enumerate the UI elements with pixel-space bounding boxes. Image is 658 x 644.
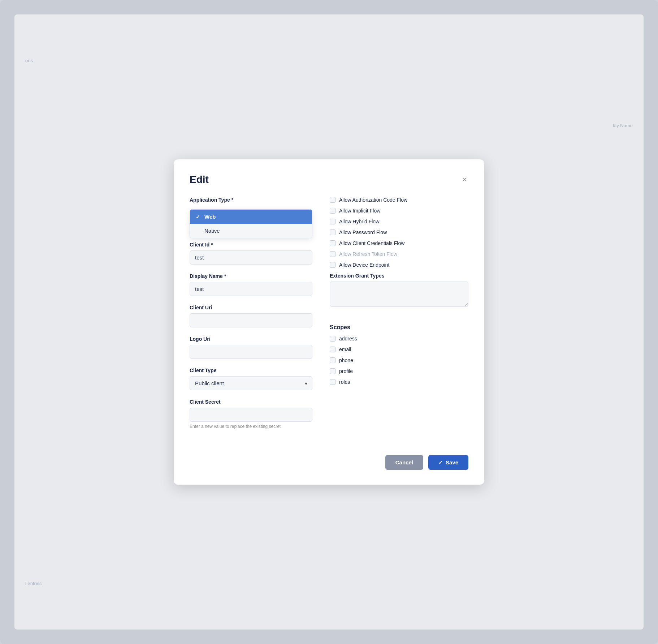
logo-uri-field: Logo Uri: [190, 336, 312, 359]
dropdown-option-web[interactable]: ✓ Web: [190, 210, 312, 224]
modal-body: Application Type * ✓ Web Native: [190, 197, 468, 438]
allow-device-label: Allow Device Endpoint: [339, 262, 389, 268]
scope-row-profile: profile: [330, 368, 468, 374]
logo-uri-label: Logo Uri: [190, 336, 312, 342]
extension-grant-field: Extension Grant Types: [330, 273, 468, 315]
allow-client-creds-label: Allow Client Credentials Flow: [339, 240, 404, 246]
client-type-label: Client Type: [190, 368, 312, 373]
scope-profile-label: profile: [339, 368, 353, 374]
scope-row-address: address: [330, 336, 468, 342]
close-button[interactable]: ×: [461, 174, 468, 185]
scopes-section: Scopes address email phone: [330, 324, 468, 385]
allow-auth-code-label: Allow Authorization Code Flow: [339, 197, 407, 203]
edit-modal: Edit × Application Type * ✓ Web: [174, 159, 484, 485]
checkbox-row-password: Allow Password Flow: [330, 229, 468, 235]
scopes-title: Scopes: [330, 324, 468, 331]
client-id-label: Client Id *: [190, 242, 312, 248]
extension-grant-label: Extension Grant Types: [330, 273, 468, 279]
logo-uri-input[interactable]: [190, 345, 312, 359]
allow-password-checkbox[interactable]: [330, 229, 336, 235]
scope-address-checkbox[interactable]: [330, 336, 336, 342]
client-type-select-wrapper: Public client Confidential client ▾: [190, 376, 312, 390]
scope-row-email: email: [330, 347, 468, 352]
allow-refresh-checkbox[interactable]: [330, 251, 336, 257]
client-secret-input[interactable]: [190, 408, 312, 422]
allow-implicit-checkbox[interactable]: [330, 208, 336, 214]
app-type-label: Application Type *: [190, 197, 312, 203]
scope-roles-label: roles: [339, 379, 350, 385]
checkbox-row-client-creds: Allow Client Credentials Flow: [330, 240, 468, 246]
modal-footer: Cancel ✓ Save: [190, 455, 468, 470]
dropdown-option-native[interactable]: Native: [190, 224, 312, 238]
client-secret-hint: Enter a new value to replace the existin…: [190, 424, 312, 429]
flow-checkboxes: Allow Authorization Code Flow Allow Impl…: [330, 197, 468, 268]
scope-profile-checkbox[interactable]: [330, 368, 336, 374]
allow-auth-code-checkbox[interactable]: [330, 197, 336, 203]
display-name-input[interactable]: [190, 282, 312, 296]
app-type-dropdown[interactable]: ✓ Web Native: [190, 209, 312, 238]
checkbox-row-device: Allow Device Endpoint: [330, 262, 468, 268]
client-type-select[interactable]: Public client Confidential client: [190, 376, 312, 390]
checkbox-row-implicit: Allow Implicit Flow: [330, 208, 468, 214]
save-check-icon: ✓: [438, 460, 443, 465]
client-uri-label: Client Uri: [190, 305, 312, 310]
extension-grant-textarea[interactable]: [330, 282, 468, 307]
client-id-input[interactable]: [190, 250, 312, 265]
client-secret-label: Client Secret: [190, 399, 312, 405]
check-placeholder: [196, 228, 202, 234]
allow-client-creds-checkbox[interactable]: [330, 240, 336, 246]
scope-roles-checkbox[interactable]: [330, 379, 336, 385]
allow-hybrid-label: Allow Hybrid Flow: [339, 219, 379, 224]
checkbox-row-auth-code: Allow Authorization Code Flow: [330, 197, 468, 203]
scope-row-roles: roles: [330, 379, 468, 385]
allow-password-label: Allow Password Flow: [339, 229, 387, 235]
checkbox-row-refresh: Allow Refresh Token Flow: [330, 251, 468, 257]
modal-header: Edit ×: [190, 174, 468, 185]
save-button[interactable]: ✓ Save: [428, 455, 468, 470]
allow-hybrid-checkbox[interactable]: [330, 219, 336, 224]
scope-phone-label: phone: [339, 357, 353, 363]
checkbox-row-hybrid: Allow Hybrid Flow: [330, 219, 468, 224]
save-label: Save: [446, 459, 458, 465]
client-uri-field: Client Uri: [190, 305, 312, 327]
right-column: Allow Authorization Code Flow Allow Impl…: [330, 197, 468, 438]
cancel-button[interactable]: Cancel: [385, 455, 423, 470]
left-column: Application Type * ✓ Web Native: [190, 197, 312, 438]
scope-phone-checkbox[interactable]: [330, 357, 336, 363]
client-id-field: Client Id *: [190, 242, 312, 265]
client-type-field: Client Type Public client Confidential c…: [190, 368, 312, 390]
scope-address-label: address: [339, 336, 357, 342]
allow-implicit-label: Allow Implicit Flow: [339, 208, 380, 214]
modal-title: Edit: [190, 174, 209, 185]
scope-email-label: email: [339, 347, 351, 352]
client-uri-input[interactable]: [190, 313, 312, 327]
allow-device-checkbox[interactable]: [330, 262, 336, 268]
display-name-field: Display Name *: [190, 273, 312, 296]
check-icon: ✓: [196, 214, 202, 220]
application-type-field: Application Type * ✓ Web Native: [190, 197, 312, 233]
scope-row-phone: phone: [330, 357, 468, 363]
display-name-label: Display Name *: [190, 273, 312, 279]
client-secret-field: Client Secret Enter a new value to repla…: [190, 399, 312, 429]
allow-refresh-label: Allow Refresh Token Flow: [339, 251, 397, 257]
scope-email-checkbox[interactable]: [330, 347, 336, 352]
